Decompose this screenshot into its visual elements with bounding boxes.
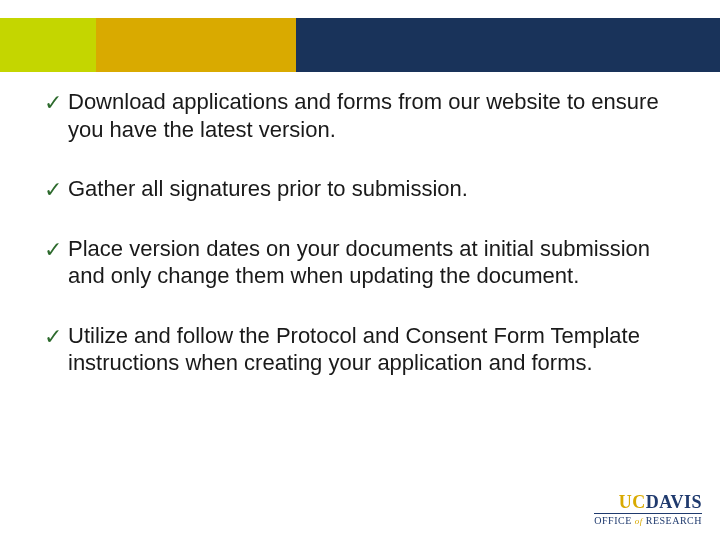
band-lime: [0, 18, 96, 72]
list-item: ✓ Utilize and follow the Protocol and Co…: [44, 322, 676, 377]
logo-main: UCDAVIS: [594, 493, 702, 511]
logo-sub: OFFICE of RESEARCH: [594, 513, 702, 526]
slide: ✓ Download applications and forms from o…: [0, 0, 720, 540]
list-item-text: Download applications and forms from our…: [68, 89, 659, 142]
list-item-text: Gather all signatures prior to submissio…: [68, 176, 468, 201]
logo-davis: DAVIS: [646, 492, 702, 512]
logo-sub-of: of: [635, 516, 643, 526]
header-color-band: [0, 18, 720, 72]
content-area: ✓ Download applications and forms from o…: [44, 88, 676, 409]
checklist: ✓ Download applications and forms from o…: [44, 88, 676, 377]
list-item: ✓ Place version dates on your documents …: [44, 235, 676, 290]
logo-sub-research: RESEARCH: [646, 515, 702, 526]
band-navy: [296, 18, 720, 72]
list-item-text: Utilize and follow the Protocol and Cons…: [68, 323, 640, 376]
band-gold1: [96, 18, 250, 72]
logo-sub-office: OFFICE: [594, 515, 631, 526]
check-icon: ✓: [44, 176, 62, 204]
band-gold2: [250, 18, 296, 72]
check-icon: ✓: [44, 89, 62, 117]
list-item: ✓ Gather all signatures prior to submiss…: [44, 175, 676, 203]
logo-uc: UC: [619, 492, 646, 512]
check-icon: ✓: [44, 236, 62, 264]
footer-logo: UCDAVIS OFFICE of RESEARCH: [594, 493, 702, 526]
list-item: ✓ Download applications and forms from o…: [44, 88, 676, 143]
list-item-text: Place version dates on your documents at…: [68, 236, 650, 289]
check-icon: ✓: [44, 323, 62, 351]
